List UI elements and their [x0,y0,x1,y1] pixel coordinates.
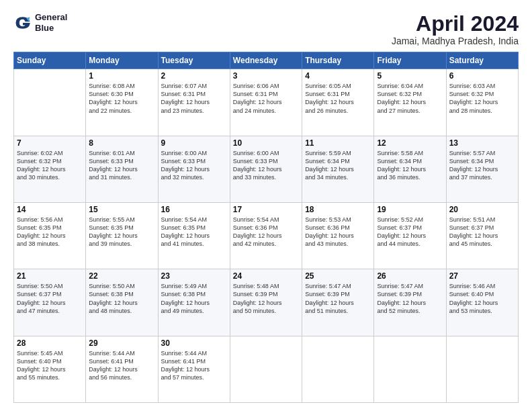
day-info: Sunrise: 6:03 AM Sunset: 6:32 PM Dayligh… [449,83,498,113]
day-number: 19 [377,205,443,214]
day-number: 10 [233,138,299,148]
logo-text-line1: General [35,12,67,23]
day-number: 23 [161,271,227,281]
day-number: 8 [89,138,154,148]
calendar-week-row: 1Sunrise: 6:08 AM Sunset: 6:30 PM Daylig… [14,69,519,136]
calendar-cell: 9Sunrise: 6:00 AM Sunset: 6:33 PM Daylig… [158,136,230,202]
day-number: 27 [449,271,515,281]
calendar-header-monday: Monday [86,52,158,69]
day-info: Sunrise: 6:04 AM Sunset: 6:32 PM Dayligh… [377,83,426,113]
calendar-cell: 17Sunrise: 5:54 AM Sunset: 6:36 PM Dayli… [230,202,302,269]
day-number: 4 [305,71,371,81]
calendar-cell: 11Sunrise: 5:59 AM Sunset: 6:34 PM Dayli… [302,136,374,202]
calendar-cell: 7Sunrise: 6:02 AM Sunset: 6:32 PM Daylig… [14,136,86,202]
day-info: Sunrise: 5:51 AM Sunset: 6:37 PM Dayligh… [449,216,498,247]
calendar-cell: 27Sunrise: 5:46 AM Sunset: 6:40 PM Dayli… [446,269,518,336]
day-info: Sunrise: 5:54 AM Sunset: 6:35 PM Dayligh… [161,216,210,247]
main-title: April 2024 [392,12,519,36]
calendar-cell: 16Sunrise: 5:54 AM Sunset: 6:35 PM Dayli… [158,202,230,269]
day-number: 7 [17,138,83,148]
day-number: 15 [89,205,154,214]
day-info: Sunrise: 5:49 AM Sunset: 6:38 PM Dayligh… [161,283,210,314]
day-info: Sunrise: 6:06 AM Sunset: 6:31 PM Dayligh… [233,83,282,113]
calendar-cell: 20Sunrise: 5:51 AM Sunset: 6:37 PM Dayli… [446,202,518,269]
day-info: Sunrise: 6:00 AM Sunset: 6:33 PM Dayligh… [233,150,282,181]
logo-text-line2: Blue [35,23,67,34]
day-number: 24 [233,271,299,281]
day-number: 22 [89,271,154,281]
calendar-cell: 26Sunrise: 5:47 AM Sunset: 6:39 PM Dayli… [374,269,446,336]
day-number: 30 [161,338,227,348]
logo-icon [13,13,32,32]
calendar-cell: 19Sunrise: 5:52 AM Sunset: 6:37 PM Dayli… [374,202,446,269]
calendar-header-thursday: Thursday [302,52,374,69]
day-number: 14 [17,205,83,214]
calendar-header-row: SundayMondayTuesdayWednesdayThursdayFrid… [14,52,519,69]
day-info: Sunrise: 6:07 AM Sunset: 6:31 PM Dayligh… [161,83,210,113]
calendar-cell: 3Sunrise: 6:06 AM Sunset: 6:31 PM Daylig… [230,69,302,136]
day-number: 26 [377,271,443,281]
calendar-cell: 1Sunrise: 6:08 AM Sunset: 6:30 PM Daylig… [86,69,158,136]
day-number: 2 [161,71,227,81]
day-info: Sunrise: 5:53 AM Sunset: 6:36 PM Dayligh… [305,216,354,247]
day-info: Sunrise: 6:02 AM Sunset: 6:32 PM Dayligh… [17,150,66,181]
calendar-cell: 30Sunrise: 5:44 AM Sunset: 6:41 PM Dayli… [158,336,230,402]
calendar-cell [374,336,446,402]
day-number: 3 [233,71,299,81]
logo: General Blue [13,12,67,33]
title-block: April 2024 Jamai, Madhya Pradesh, India [392,12,519,46]
header: General Blue April 2024 Jamai, Madhya Pr… [13,12,519,46]
day-number: 17 [233,205,299,214]
calendar-cell: 5Sunrise: 6:04 AM Sunset: 6:32 PM Daylig… [374,69,446,136]
day-number: 28 [17,338,83,348]
calendar-cell [446,336,518,402]
day-info: Sunrise: 5:45 AM Sunset: 6:40 PM Dayligh… [17,350,66,381]
day-info: Sunrise: 6:05 AM Sunset: 6:31 PM Dayligh… [305,83,354,113]
day-number: 21 [17,271,83,281]
day-number: 6 [449,71,515,81]
calendar-cell: 10Sunrise: 6:00 AM Sunset: 6:33 PM Dayli… [230,136,302,202]
day-info: Sunrise: 5:52 AM Sunset: 6:37 PM Dayligh… [377,216,426,247]
day-number: 13 [449,138,515,148]
day-number: 20 [449,205,515,214]
calendar-header-sunday: Sunday [14,52,86,69]
day-number: 25 [305,271,371,281]
day-number: 12 [377,138,443,148]
day-info: Sunrise: 5:47 AM Sunset: 6:39 PM Dayligh… [377,283,426,314]
calendar-cell: 28Sunrise: 5:45 AM Sunset: 6:40 PM Dayli… [14,336,86,402]
day-info: Sunrise: 5:44 AM Sunset: 6:41 PM Dayligh… [161,350,210,381]
calendar-cell: 22Sunrise: 5:50 AM Sunset: 6:38 PM Dayli… [86,269,158,336]
day-number: 9 [161,138,227,148]
calendar-cell: 23Sunrise: 5:49 AM Sunset: 6:38 PM Dayli… [158,269,230,336]
day-number: 16 [161,205,227,214]
calendar-cell: 14Sunrise: 5:56 AM Sunset: 6:35 PM Dayli… [14,202,86,269]
calendar-cell: 25Sunrise: 5:47 AM Sunset: 6:39 PM Dayli… [302,269,374,336]
calendar-cell: 4Sunrise: 6:05 AM Sunset: 6:31 PM Daylig… [302,69,374,136]
day-number: 29 [89,338,154,348]
day-info: Sunrise: 5:44 AM Sunset: 6:41 PM Dayligh… [89,350,138,381]
day-info: Sunrise: 5:57 AM Sunset: 6:34 PM Dayligh… [449,150,498,181]
calendar-week-row: 28Sunrise: 5:45 AM Sunset: 6:40 PM Dayli… [14,336,519,402]
calendar-week-row: 7Sunrise: 6:02 AM Sunset: 6:32 PM Daylig… [14,136,519,202]
day-number: 5 [377,71,443,81]
calendar-header-wednesday: Wednesday [230,52,302,69]
calendar-cell [14,69,86,136]
day-number: 1 [89,71,154,81]
day-info: Sunrise: 5:47 AM Sunset: 6:39 PM Dayligh… [305,283,354,314]
day-info: Sunrise: 5:59 AM Sunset: 6:34 PM Dayligh… [305,150,354,181]
day-info: Sunrise: 5:58 AM Sunset: 6:34 PM Dayligh… [377,150,426,181]
day-info: Sunrise: 5:46 AM Sunset: 6:40 PM Dayligh… [449,283,498,314]
calendar-cell: 13Sunrise: 5:57 AM Sunset: 6:34 PM Dayli… [446,136,518,202]
calendar-header-friday: Friday [374,52,446,69]
day-number: 18 [305,205,371,214]
calendar: SundayMondayTuesdayWednesdayThursdayFrid… [13,52,519,403]
calendar-cell: 18Sunrise: 5:53 AM Sunset: 6:36 PM Dayli… [302,202,374,269]
calendar-cell: 21Sunrise: 5:50 AM Sunset: 6:37 PM Dayli… [14,269,86,336]
day-info: Sunrise: 5:48 AM Sunset: 6:39 PM Dayligh… [233,283,282,314]
page: General Blue April 2024 Jamai, Madhya Pr… [0,0,532,411]
calendar-cell: 29Sunrise: 5:44 AM Sunset: 6:41 PM Dayli… [86,336,158,402]
calendar-header-tuesday: Tuesday [158,52,230,69]
calendar-cell [230,336,302,402]
day-info: Sunrise: 5:54 AM Sunset: 6:36 PM Dayligh… [233,216,282,247]
day-info: Sunrise: 6:08 AM Sunset: 6:30 PM Dayligh… [89,83,138,113]
